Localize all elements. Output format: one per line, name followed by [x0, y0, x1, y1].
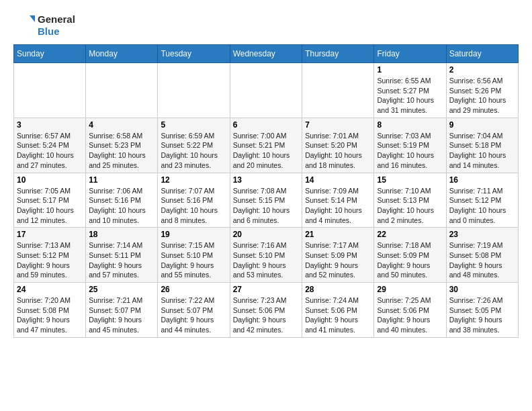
calendar-cell — [230, 63, 302, 118]
calendar-cell: 13Sunrise: 7:08 AMSunset: 5:15 PMDayligh… — [230, 173, 302, 228]
weekday-monday: Monday — [86, 45, 158, 63]
day-content: Sunrise: 7:24 AMSunset: 5:06 PMDaylight:… — [305, 295, 371, 335]
day-number: 23 — [449, 230, 515, 239]
calendar-cell: 20Sunrise: 7:16 AMSunset: 5:10 PMDayligh… — [230, 228, 302, 283]
day-content: Sunrise: 7:11 AMSunset: 5:12 PMDaylight:… — [449, 186, 515, 226]
weekday-thursday: Thursday — [302, 45, 374, 63]
calendar-cell: 24Sunrise: 7:20 AMSunset: 5:08 PMDayligh… — [14, 283, 86, 338]
day-content: Sunrise: 7:04 AMSunset: 5:18 PMDaylight:… — [449, 131, 515, 171]
day-content: Sunrise: 7:03 AMSunset: 5:19 PMDaylight:… — [377, 131, 443, 171]
day-content: Sunrise: 7:10 AMSunset: 5:13 PMDaylight:… — [377, 186, 443, 226]
calendar-cell: 7Sunrise: 7:01 AMSunset: 5:20 PMDaylight… — [302, 118, 374, 173]
day-number: 21 — [305, 230, 371, 239]
day-content: Sunrise: 7:15 AMSunset: 5:10 PMDaylight:… — [161, 240, 226, 280]
day-number: 12 — [161, 175, 226, 185]
calendar-cell: 17Sunrise: 7:13 AMSunset: 5:12 PMDayligh… — [14, 228, 86, 283]
day-number: 3 — [17, 120, 83, 130]
calendar-cell: 1Sunrise: 6:55 AMSunset: 5:27 PMDaylight… — [374, 63, 446, 118]
day-number: 28 — [305, 285, 371, 294]
week-row-3: 10Sunrise: 7:05 AMSunset: 5:17 PMDayligh… — [14, 173, 519, 228]
day-content: Sunrise: 7:26 AMSunset: 5:05 PMDaylight:… — [449, 295, 515, 335]
day-content: Sunrise: 7:06 AMSunset: 5:16 PMDaylight:… — [89, 186, 154, 226]
logo: General Blue — [13, 13, 75, 38]
day-number: 18 — [89, 230, 154, 239]
day-content: Sunrise: 6:56 AMSunset: 5:26 PMDaylight:… — [449, 76, 515, 116]
calendar-cell: 26Sunrise: 7:22 AMSunset: 5:07 PMDayligh… — [158, 283, 230, 338]
day-content: Sunrise: 7:22 AMSunset: 5:07 PMDaylight:… — [161, 295, 226, 335]
day-content: Sunrise: 7:19 AMSunset: 5:08 PMDaylight:… — [449, 240, 515, 280]
day-content: Sunrise: 7:14 AMSunset: 5:11 PMDaylight:… — [89, 240, 154, 280]
day-number: 26 — [161, 285, 226, 294]
day-content: Sunrise: 6:55 AMSunset: 5:27 PMDaylight:… — [377, 76, 443, 116]
day-content: Sunrise: 7:08 AMSunset: 5:15 PMDaylight:… — [233, 186, 300, 226]
weekday-friday: Friday — [374, 45, 446, 63]
week-row-5: 24Sunrise: 7:20 AMSunset: 5:08 PMDayligh… — [14, 283, 519, 338]
page: General Blue SundayMondayTuesdayWednesda… — [0, 0, 532, 345]
calendar-cell: 6Sunrise: 7:00 AMSunset: 5:21 PMDaylight… — [230, 118, 302, 173]
day-content: Sunrise: 7:16 AMSunset: 5:10 PMDaylight:… — [233, 240, 300, 280]
calendar-cell: 23Sunrise: 7:19 AMSunset: 5:08 PMDayligh… — [446, 228, 518, 283]
day-number: 7 — [305, 120, 371, 130]
calendar-cell: 28Sunrise: 7:24 AMSunset: 5:06 PMDayligh… — [302, 283, 374, 338]
calendar-cell — [158, 63, 230, 118]
calendar-cell: 29Sunrise: 7:25 AMSunset: 5:06 PMDayligh… — [374, 283, 446, 338]
header: General Blue — [13, 13, 519, 38]
day-content: Sunrise: 7:21 AMSunset: 5:07 PMDaylight:… — [89, 295, 154, 335]
day-content: Sunrise: 7:18 AMSunset: 5:09 PMDaylight:… — [377, 240, 443, 280]
day-number: 19 — [161, 230, 226, 239]
day-content: Sunrise: 7:01 AMSunset: 5:20 PMDaylight:… — [305, 131, 371, 171]
calendar-cell: 15Sunrise: 7:10 AMSunset: 5:13 PMDayligh… — [374, 173, 446, 228]
calendar-cell: 27Sunrise: 7:23 AMSunset: 5:06 PMDayligh… — [230, 283, 302, 338]
day-content: Sunrise: 6:57 AMSunset: 5:24 PMDaylight:… — [17, 131, 83, 171]
day-number: 5 — [161, 120, 226, 130]
day-number: 4 — [89, 120, 154, 130]
calendar-cell: 9Sunrise: 7:04 AMSunset: 5:18 PMDaylight… — [446, 118, 518, 173]
day-number: 22 — [377, 230, 443, 239]
calendar-cell: 22Sunrise: 7:18 AMSunset: 5:09 PMDayligh… — [374, 228, 446, 283]
day-content: Sunrise: 7:13 AMSunset: 5:12 PMDaylight:… — [17, 240, 83, 280]
day-number: 15 — [377, 175, 443, 185]
calendar-cell: 4Sunrise: 6:58 AMSunset: 5:23 PMDaylight… — [86, 118, 158, 173]
day-number: 8 — [377, 120, 443, 130]
weekday-header-row: SundayMondayTuesdayWednesdayThursdayFrid… — [14, 45, 519, 63]
day-content: Sunrise: 6:58 AMSunset: 5:23 PMDaylight:… — [89, 131, 154, 171]
day-number: 25 — [89, 285, 154, 294]
day-content: Sunrise: 7:05 AMSunset: 5:17 PMDaylight:… — [17, 186, 83, 226]
calendar-cell — [14, 63, 86, 118]
calendar-cell: 11Sunrise: 7:06 AMSunset: 5:16 PMDayligh… — [86, 173, 158, 228]
calendar-cell: 10Sunrise: 7:05 AMSunset: 5:17 PMDayligh… — [14, 173, 86, 228]
day-number: 20 — [233, 230, 300, 239]
calendar-cell: 12Sunrise: 7:07 AMSunset: 5:16 PMDayligh… — [158, 173, 230, 228]
week-row-2: 3Sunrise: 6:57 AMSunset: 5:24 PMDaylight… — [14, 118, 519, 173]
day-content: Sunrise: 7:07 AMSunset: 5:16 PMDaylight:… — [161, 186, 226, 226]
day-number: 17 — [17, 230, 83, 239]
weekday-wednesday: Wednesday — [230, 45, 302, 63]
calendar-cell: 2Sunrise: 6:56 AMSunset: 5:26 PMDaylight… — [446, 63, 518, 118]
calendar-cell: 14Sunrise: 7:09 AMSunset: 5:14 PMDayligh… — [302, 173, 374, 228]
day-number: 1 — [377, 65, 443, 75]
logo-blue-text: Blue — [38, 26, 75, 38]
day-number: 27 — [233, 285, 300, 294]
calendar-cell — [86, 63, 158, 118]
day-content: Sunrise: 7:23 AMSunset: 5:06 PMDaylight:… — [233, 295, 300, 335]
day-number: 6 — [233, 120, 300, 130]
calendar-cell: 19Sunrise: 7:15 AMSunset: 5:10 PMDayligh… — [158, 228, 230, 283]
calendar-cell: 3Sunrise: 6:57 AMSunset: 5:24 PMDaylight… — [14, 118, 86, 173]
calendar-cell — [302, 63, 374, 118]
day-number: 24 — [17, 285, 83, 294]
day-content: Sunrise: 7:00 AMSunset: 5:21 PMDaylight:… — [233, 131, 300, 171]
day-content: Sunrise: 7:25 AMSunset: 5:06 PMDaylight:… — [377, 295, 443, 335]
day-number: 13 — [233, 175, 300, 185]
day-number: 9 — [449, 120, 515, 130]
day-content: Sunrise: 7:09 AMSunset: 5:14 PMDaylight:… — [305, 186, 371, 226]
day-number: 2 — [449, 65, 515, 75]
day-content: Sunrise: 7:20 AMSunset: 5:08 PMDaylight:… — [17, 295, 83, 335]
week-row-4: 17Sunrise: 7:13 AMSunset: 5:12 PMDayligh… — [14, 228, 519, 283]
day-content: Sunrise: 6:59 AMSunset: 5:22 PMDaylight:… — [161, 131, 226, 171]
day-number: 16 — [449, 175, 515, 185]
calendar-table: SundayMondayTuesdayWednesdayThursdayFrid… — [13, 44, 519, 338]
logo-general-text: General — [38, 13, 75, 26]
weekday-tuesday: Tuesday — [158, 45, 230, 63]
day-number: 11 — [89, 175, 154, 185]
day-number: 10 — [17, 175, 83, 185]
